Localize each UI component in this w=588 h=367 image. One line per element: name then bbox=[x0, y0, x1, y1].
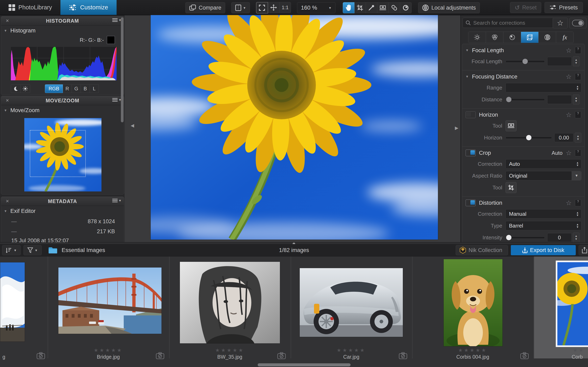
dropdown-arrow-button[interactable]: ▼ bbox=[572, 171, 581, 180]
horizon-tool-icon-button[interactable] bbox=[506, 120, 517, 131]
corrections-toggle-button[interactable] bbox=[570, 18, 587, 28]
distance-stepper[interactable]: ▲▼ bbox=[573, 95, 579, 104]
collapse-left-panel-arrow[interactable]: ◀ bbox=[131, 123, 134, 128]
distance-value[interactable] bbox=[547, 95, 572, 104]
horizon-slider[interactable] bbox=[506, 137, 552, 139]
highlight-clipping-button[interactable] bbox=[21, 84, 30, 93]
red-eye-tool-button[interactable] bbox=[400, 2, 412, 13]
export-to-disk-button[interactable]: Export to Disk bbox=[511, 245, 576, 255]
distortion-type-dropdown[interactable]: Barrel ▲▼ bbox=[506, 221, 581, 230]
compare-button[interactable]: Compare bbox=[185, 2, 225, 13]
star-icon[interactable]: ☆ bbox=[566, 111, 572, 119]
channel-g-button[interactable]: G bbox=[72, 84, 81, 93]
fit-screen-button[interactable] bbox=[256, 2, 268, 13]
left-panel-scrollbar[interactable] bbox=[121, 17, 123, 122]
help-badge[interactable]: ? bbox=[575, 200, 581, 206]
crop-tool-button[interactable] bbox=[355, 2, 366, 13]
thumbnail-rating[interactable]: ★★ bbox=[570, 347, 588, 353]
favorites-filter-button[interactable]: ☆ bbox=[553, 18, 568, 28]
histogram-palette-header[interactable]: × HISTOGRAM ▼ bbox=[1, 16, 124, 25]
sort-button[interactable]: ▼ bbox=[2, 245, 21, 255]
channel-b-button[interactable]: B bbox=[81, 84, 90, 93]
collapse-triangle-icon[interactable]: ▼ bbox=[466, 49, 469, 52]
navigator-thumbnail[interactable] bbox=[24, 118, 102, 192]
hand-tool-button[interactable] bbox=[343, 2, 355, 13]
presets-button[interactable]: Presets bbox=[545, 2, 583, 13]
thumbnail-name[interactable]: Bridge.jpg bbox=[48, 354, 169, 360]
zoom-1-1-button[interactable]: 1:1 bbox=[279, 2, 291, 13]
horizon-enable-checkbox[interactable] bbox=[466, 111, 476, 118]
local-adjustments-button[interactable]: Local adjustments bbox=[418, 2, 480, 13]
range-dropdown[interactable]: ▲▼ bbox=[506, 83, 581, 92]
category-light-tab[interactable] bbox=[468, 32, 486, 43]
tab-customize[interactable]: Customize bbox=[61, 0, 117, 15]
distortion-correction-dropdown[interactable]: Manual ▲▼ bbox=[506, 209, 581, 218]
intensity-stepper[interactable]: ▲▼ bbox=[573, 233, 579, 242]
intensity-slider[interactable] bbox=[506, 236, 545, 239]
search-corrections-input[interactable] bbox=[473, 20, 553, 26]
close-icon[interactable]: × bbox=[4, 17, 11, 24]
category-detail-tab[interactable] bbox=[503, 32, 521, 43]
collapse-triangle-icon[interactable]: ▼ bbox=[466, 75, 469, 78]
thumbnail-rating[interactable]: ★★★★★ bbox=[169, 347, 291, 353]
thumbnail-rating[interactable]: ★★★★★ bbox=[291, 347, 412, 353]
help-badge[interactable]: ? bbox=[575, 111, 581, 118]
crop-enable-checkbox[interactable] bbox=[466, 150, 476, 156]
thumbnail-wave[interactable] bbox=[0, 262, 25, 342]
aspect-ratio-dropdown[interactable]: Original ▼ bbox=[506, 171, 581, 180]
thumbnail-sunflower-selected[interactable] bbox=[556, 261, 588, 347]
split-view-button[interactable]: ▼ bbox=[231, 2, 250, 13]
thumbnail-name[interactable]: Corbis 004.jpg bbox=[412, 354, 534, 360]
move-zoom-palette-header[interactable]: × MOVE/ZOOM ▼ bbox=[1, 96, 124, 105]
category-local-tab[interactable] bbox=[538, 32, 556, 43]
channel-l-button[interactable]: L bbox=[90, 84, 99, 93]
help-badge[interactable]: ? bbox=[575, 73, 581, 80]
category-color-tab[interactable] bbox=[486, 32, 503, 43]
category-geometry-tab[interactable] bbox=[521, 32, 538, 43]
star-icon[interactable]: ☆ bbox=[566, 73, 572, 81]
thumbnail-name[interactable]: Corb bbox=[572, 354, 588, 360]
current-folder-name[interactable]: Essential Images bbox=[62, 247, 105, 253]
close-icon[interactable]: × bbox=[4, 97, 11, 104]
channel-r-button[interactable]: R bbox=[63, 84, 72, 93]
thumbnail-name[interactable]: Car.jpg bbox=[291, 354, 412, 360]
move-zoom-section-row[interactable]: ▼ Move/Zoom bbox=[1, 105, 124, 115]
close-icon[interactable]: × bbox=[4, 198, 11, 205]
distortion-enable-checkbox[interactable] bbox=[466, 200, 476, 206]
focal-length-value[interactable] bbox=[547, 57, 572, 66]
help-badge[interactable]: ? bbox=[575, 47, 581, 54]
crop-correction-dropdown[interactable]: Auto ▲▼ bbox=[506, 159, 581, 169]
eyedropper-tool-button[interactable] bbox=[366, 2, 377, 13]
nik-collection-button[interactable]: Nik Collection bbox=[456, 245, 508, 255]
reset-button[interactable]: ↺ Reset bbox=[510, 2, 541, 13]
filter-button[interactable]: ▼ bbox=[24, 245, 42, 255]
horizon-tool-button[interactable] bbox=[377, 2, 389, 13]
horizon-stepper[interactable]: ▲▼ bbox=[575, 133, 581, 142]
distance-slider[interactable] bbox=[506, 99, 545, 101]
thumbnail-bridge[interactable] bbox=[58, 267, 162, 334]
thumbnail-car[interactable] bbox=[300, 268, 403, 337]
thumbnail-name[interactable]: BW_35.jpg bbox=[169, 354, 291, 360]
pan-mode-button[interactable] bbox=[268, 2, 279, 13]
tab-photolibrary[interactable]: PhotoLibrary bbox=[0, 0, 61, 15]
thumbnail-puppy[interactable] bbox=[443, 259, 503, 346]
help-badge[interactable]: ? bbox=[575, 150, 581, 156]
image-viewer[interactable]: ◀ ▶ bbox=[125, 15, 460, 242]
star-icon[interactable]: ☆ bbox=[566, 199, 572, 207]
zoom-level-select[interactable]: 160 % ▼ bbox=[297, 2, 336, 13]
exif-editor-row[interactable]: ▼ Exif Editor bbox=[1, 206, 124, 216]
histogram-section-row[interactable]: ▼ Histogram bbox=[1, 25, 124, 35]
category-fx-tab[interactable]: fx bbox=[556, 32, 573, 43]
horizon-value[interactable]: 0.00 bbox=[554, 133, 573, 142]
shadow-clipping-button[interactable] bbox=[11, 84, 21, 93]
star-icon[interactable]: ☆ bbox=[566, 149, 572, 157]
metadata-palette-header[interactable]: × METADATA ▼ bbox=[1, 197, 124, 206]
palette-menu-icon[interactable]: ▼ bbox=[112, 199, 121, 202]
palette-menu-icon[interactable]: ▼ bbox=[112, 18, 121, 22]
filmstrip-scrollbar[interactable] bbox=[258, 363, 351, 366]
thumbnail-rating[interactable]: ★★★★★ bbox=[412, 347, 534, 353]
collapse-right-panel-arrow[interactable]: ▶ bbox=[455, 125, 458, 131]
palette-menu-icon[interactable]: ▼ bbox=[112, 98, 121, 101]
thumbnail-rating[interactable]: ★★★★★ bbox=[48, 347, 169, 353]
focal-length-slider[interactable] bbox=[506, 60, 545, 63]
